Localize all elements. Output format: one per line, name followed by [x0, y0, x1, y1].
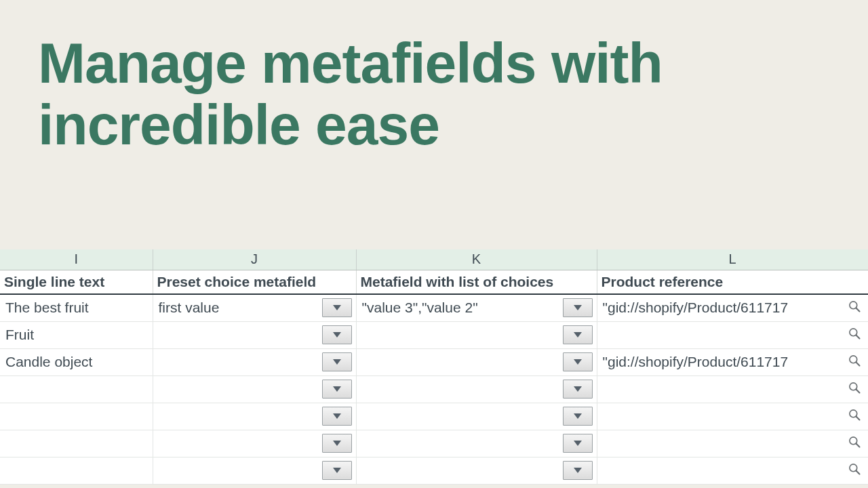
dropdown-button[interactable]: [563, 434, 593, 453]
table-row: Candle object"gid://shopify/Product/6117…: [0, 348, 868, 375]
dropdown-button[interactable]: [322, 407, 352, 426]
cell-single-line-text[interactable]: Candle object: [0, 348, 153, 375]
cell-value: [357, 359, 563, 365]
column-header[interactable]: Single line text: [0, 270, 153, 294]
cell-value: [153, 441, 322, 446]
col-letter[interactable]: L: [597, 249, 868, 270]
chevron-down-icon: [332, 356, 342, 368]
magnifier-icon: [848, 300, 861, 316]
lookup-button[interactable]: [846, 435, 863, 451]
cell-value: first value: [153, 297, 322, 319]
cell-value: The best fruit: [0, 297, 153, 319]
cell-preset-choice[interactable]: [153, 430, 356, 457]
cell-preset-choice[interactable]: [153, 375, 356, 403]
cell-preset-choice[interactable]: [153, 348, 356, 375]
cell-value: "gid://shopify/Product/611717: [597, 297, 846, 319]
table-row: Fruit: [0, 321, 868, 348]
cell-preset-choice[interactable]: [153, 403, 356, 430]
cell-value: [0, 413, 153, 419]
cell-list-choices[interactable]: "value 3","value 2": [356, 294, 597, 321]
svg-line-15: [856, 390, 859, 393]
lookup-button[interactable]: [846, 327, 863, 343]
cell-single-line-text[interactable]: [0, 457, 153, 484]
dropdown-button[interactable]: [563, 407, 593, 426]
cell-list-choices[interactable]: [356, 321, 597, 348]
lookup-button[interactable]: [846, 354, 863, 370]
dropdown-button[interactable]: [322, 325, 352, 344]
svg-marker-25: [574, 468, 582, 473]
cell-single-line-text[interactable]: Fruit: [0, 321, 153, 348]
cell-preset-choice[interactable]: [153, 457, 356, 484]
chevron-down-icon: [573, 437, 583, 449]
cell-single-line-text[interactable]: [0, 403, 153, 430]
svg-marker-4: [333, 332, 341, 338]
cell-product-reference[interactable]: "gid://shopify/Product/611717: [597, 348, 868, 375]
cell-single-line-text[interactable]: [0, 430, 153, 457]
svg-marker-0: [333, 305, 341, 310]
dropdown-button[interactable]: [563, 461, 593, 480]
magnifier-icon: [848, 408, 861, 424]
magnifier-icon: [848, 435, 861, 451]
page: Manage metafields with incredible ease I…: [0, 0, 868, 488]
cell-list-choices[interactable]: [356, 375, 597, 403]
cell-product-reference[interactable]: [597, 321, 868, 348]
dropdown-button[interactable]: [322, 380, 352, 399]
cell-value: [153, 386, 322, 392]
table-row: [0, 457, 868, 484]
svg-marker-13: [574, 386, 582, 392]
cell-list-choices[interactable]: [356, 348, 597, 375]
table-row: [0, 375, 868, 403]
cell-value: [0, 468, 153, 473]
cell-product-reference[interactable]: [597, 403, 868, 430]
table-row: [0, 430, 868, 457]
magnifier-icon: [848, 462, 861, 479]
cell-value: "value 3","value 2": [357, 297, 563, 319]
svg-marker-20: [333, 441, 341, 446]
cell-preset-choice[interactable]: first value: [153, 294, 356, 321]
chevron-down-icon: [573, 410, 583, 422]
cell-product-reference[interactable]: [597, 457, 868, 484]
cell-list-choices[interactable]: [356, 430, 597, 457]
lookup-button[interactable]: [846, 381, 863, 397]
cell-product-reference[interactable]: [597, 430, 868, 457]
cell-single-line-text[interactable]: The best fruit: [0, 294, 153, 321]
dropdown-button[interactable]: [563, 380, 593, 399]
lookup-button[interactable]: [846, 300, 863, 316]
lookup-button[interactable]: [846, 408, 863, 424]
cell-product-reference[interactable]: "gid://shopify/Product/611717: [597, 294, 868, 321]
chevron-down-icon: [332, 464, 342, 476]
lookup-button[interactable]: [846, 462, 863, 479]
col-letter[interactable]: K: [356, 249, 597, 270]
column-header[interactable]: Product reference: [597, 270, 868, 294]
column-letters-row: I J K L: [0, 249, 868, 270]
cell-product-reference[interactable]: [597, 375, 868, 403]
cell-list-choices[interactable]: [356, 403, 597, 430]
dropdown-button[interactable]: [563, 298, 593, 317]
dropdown-button[interactable]: [322, 461, 352, 480]
cell-value: [597, 468, 846, 473]
cell-value: [597, 332, 846, 338]
cell-value: [597, 386, 846, 392]
dropdown-button[interactable]: [322, 352, 352, 371]
dropdown-button[interactable]: [563, 352, 593, 371]
col-letter[interactable]: I: [0, 249, 153, 270]
svg-marker-24: [333, 468, 341, 473]
table-row: The best fruitfirst value"value 3","valu…: [0, 294, 868, 321]
header-row: Single line text Preset choice metafield…: [0, 270, 868, 294]
dropdown-button[interactable]: [322, 298, 352, 317]
svg-line-19: [856, 417, 859, 420]
column-header[interactable]: Preset choice metafield: [153, 270, 356, 294]
magnifier-icon: [848, 381, 861, 397]
dropdown-button[interactable]: [322, 434, 352, 453]
svg-marker-1: [574, 305, 582, 310]
chevron-down-icon: [573, 464, 583, 476]
dropdown-button[interactable]: [563, 325, 593, 344]
chevron-down-icon: [332, 410, 342, 422]
column-header[interactable]: Metafield with list of choices: [356, 270, 597, 294]
cell-preset-choice[interactable]: [153, 321, 356, 348]
cell-single-line-text[interactable]: [0, 375, 153, 403]
cell-list-choices[interactable]: [356, 457, 597, 484]
cell-value: [357, 468, 563, 473]
cell-value: [153, 468, 322, 473]
col-letter[interactable]: J: [153, 249, 356, 270]
